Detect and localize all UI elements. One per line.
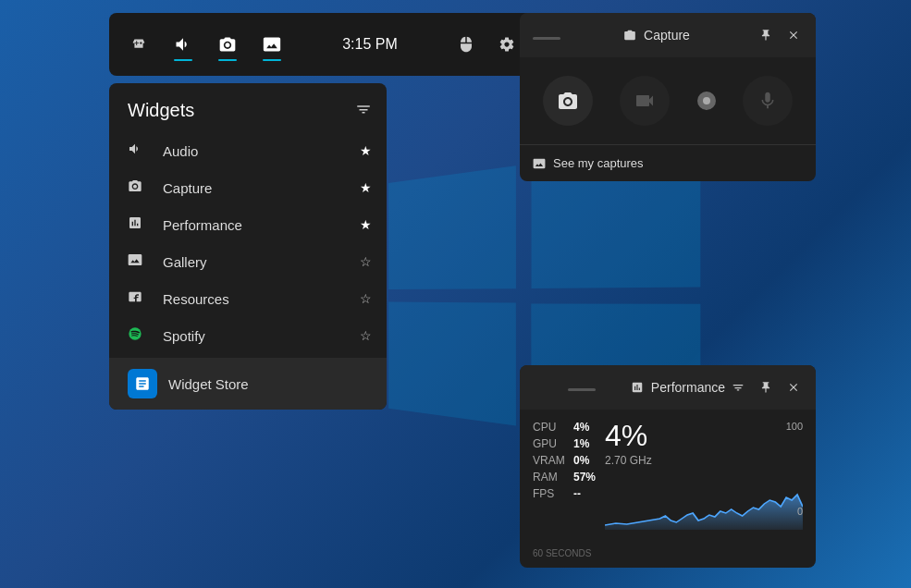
gpu-value: 1%	[573, 437, 589, 450]
gallery-label: Gallery	[163, 254, 360, 270]
close-icon[interactable]	[781, 22, 806, 48]
audio-star[interactable]: ★	[360, 143, 372, 158]
chart-zero-label: 0	[797, 506, 803, 517]
capture-widget: Capture See my captures	[520, 13, 816, 181]
perf-chart-area: 100 4% 2.70 GHz 0	[605, 421, 803, 533]
performance-header-icon	[631, 381, 644, 394]
vram-stat-row: VRAM 0%	[533, 454, 596, 467]
widget-store-icon	[128, 369, 157, 398]
controller-icon[interactable]	[120, 26, 157, 63]
performance-header-icons	[725, 374, 806, 400]
chart-time-label: 60 SECONDS	[520, 545, 816, 568]
sidebar-item-spotify[interactable]: Spotify ☆	[109, 317, 387, 354]
fps-stat-row: FPS --	[533, 487, 596, 500]
see-captures-link[interactable]: See my captures	[520, 144, 816, 181]
widgets-filter-icon[interactable]	[355, 101, 372, 121]
sidebar-item-capture[interactable]: Capture ★	[109, 169, 387, 206]
widgets-title: Widgets	[128, 100, 194, 121]
capture-label: Capture	[163, 180, 360, 196]
record-button[interactable]	[620, 76, 670, 126]
cpu-ghz-display: 2.70 GHz	[605, 454, 803, 467]
chart-seconds-label: 60 SECONDS	[533, 548, 591, 558]
gamebar-toolbar: 3:15 PM	[109, 13, 535, 76]
audio-icon	[128, 141, 152, 160]
performance-label: Performance	[163, 217, 360, 233]
dot-button	[697, 92, 716, 110]
resources-icon	[128, 289, 152, 308]
ram-label: RAM	[533, 471, 568, 484]
resources-star[interactable]: ☆	[360, 291, 372, 306]
resources-label: Resources	[163, 291, 360, 307]
pin-icon[interactable]	[753, 22, 779, 48]
performance-widget-title: Performance	[651, 380, 725, 395]
capture-header-icons	[753, 22, 806, 48]
gallery-gamebar-icon[interactable]	[253, 26, 290, 63]
drag-handle	[533, 37, 560, 40]
screenshot-button[interactable]	[543, 76, 593, 126]
spotify-star[interactable]: ☆	[360, 328, 372, 343]
capture-gamebar-icon[interactable]	[209, 26, 246, 63]
mic-button[interactable]	[743, 76, 793, 126]
sidebar-item-gallery[interactable]: Gallery ☆	[109, 243, 387, 280]
capture-header-icon	[623, 29, 636, 42]
cpu-stat-row: CPU 4%	[533, 421, 596, 434]
capture-widget-header: Capture	[520, 13, 816, 57]
svg-marker-2	[605, 495, 803, 530]
perf-drag-handle	[568, 388, 596, 391]
see-captures-text: See my captures	[553, 156, 644, 170]
perf-pin-icon[interactable]	[753, 374, 779, 400]
widget-store-label: Widget Store	[168, 376, 249, 392]
cpu-label: CPU	[533, 421, 568, 434]
audio-label: Audio	[163, 143, 360, 159]
widgets-header: Widgets	[109, 83, 387, 132]
sidebar-item-audio[interactable]: Audio ★	[109, 132, 387, 169]
vram-value: 0%	[573, 454, 589, 467]
mouse-icon	[449, 28, 483, 61]
svg-point-1	[703, 97, 710, 104]
spotify-icon	[128, 326, 152, 345]
performance-body: CPU 4% GPU 1% VRAM 0% RAM 57% FPS -- 100…	[520, 410, 816, 545]
cpu-chart	[605, 474, 803, 530]
performance-star[interactable]: ★	[360, 217, 372, 232]
capture-header-left: Capture	[623, 28, 690, 43]
cpu-percent-display: 4%	[605, 421, 803, 450]
sidebar-item-resources[interactable]: Resources ☆	[109, 280, 387, 317]
performance-widget: Performance CPU 4% GPU 1% VRA	[520, 365, 816, 568]
spotify-label: Spotify	[163, 328, 360, 344]
vram-label: VRAM	[533, 454, 568, 467]
widget-store-item[interactable]: Widget Store	[109, 358, 387, 410]
widgets-panel: Widgets Audio ★ Capture ★ Performance ★ …	[109, 83, 387, 410]
fps-label: FPS	[533, 487, 568, 500]
chart-max-label: 100	[786, 421, 803, 432]
settings-gamebar-icon[interactable]	[490, 28, 523, 61]
capture-icon	[128, 178, 152, 197]
capture-star[interactable]: ★	[360, 180, 372, 195]
ram-value: 57%	[573, 471, 596, 484]
perf-stats-list: CPU 4% GPU 1% VRAM 0% RAM 57% FPS --	[533, 421, 596, 533]
gallery-star[interactable]: ☆	[360, 254, 372, 269]
sidebar-item-performance[interactable]: Performance ★	[109, 206, 387, 243]
gpu-label: GPU	[533, 437, 568, 450]
capture-controls	[520, 57, 816, 144]
gallery-footer-icon	[533, 157, 546, 170]
perf-settings-icon[interactable]	[725, 374, 751, 400]
capture-widget-title: Capture	[644, 28, 690, 43]
performance-widget-header: Performance	[520, 365, 816, 410]
gallery-icon	[128, 252, 152, 271]
perf-close-icon[interactable]	[781, 374, 806, 400]
performance-icon	[128, 215, 152, 234]
cpu-value: 4%	[573, 421, 589, 434]
gpu-stat-row: GPU 1%	[533, 437, 596, 450]
ram-stat-row: RAM 57%	[533, 471, 596, 484]
audio-gamebar-icon[interactable]	[165, 26, 202, 63]
performance-header-left: Performance	[631, 380, 725, 395]
gamebar-clock: 3:15 PM	[342, 36, 398, 53]
fps-value: --	[573, 487, 581, 500]
